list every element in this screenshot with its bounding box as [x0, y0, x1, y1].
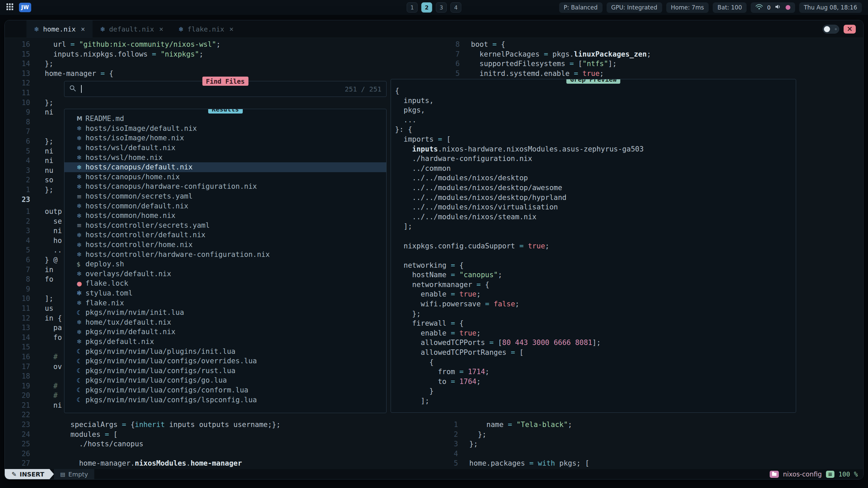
nix-file-icon: ❄: [77, 212, 85, 219]
editor-area[interactable]: 16 url = "github:nix-community/nixos-wsl…: [5, 38, 863, 469]
code-line: ../../modules/nixos/steam.nix: [395, 212, 796, 222]
nix-file-icon: ❄: [77, 173, 85, 180]
code-text: [30, 195, 45, 205]
tab-close-icon[interactable]: ×: [158, 25, 163, 33]
finder-result[interactable]: ❄hosts/canopus/hardware-configuration.ni…: [64, 182, 386, 191]
current-line-number: 23: [5, 195, 30, 205]
tab-close-icon[interactable]: ×: [228, 25, 234, 33]
code-line: from = 1714;: [395, 367, 796, 377]
file-name: hosts/controller/home.nix: [85, 241, 193, 249]
finder-result-selected[interactable]: ❄hosts/canopus/default.nix: [64, 162, 386, 172]
code-line: 4: [430, 449, 589, 459]
workspace-button-1[interactable]: 1: [407, 2, 418, 13]
finder-result[interactable]: ●flake.lock: [64, 279, 386, 288]
workspace-button-2[interactable]: 2: [421, 2, 432, 13]
tab-close-icon[interactable]: ×: [79, 25, 85, 33]
finder-result[interactable]: ☾pkgs/nvim/nvim/lua/configs/overrides.lu…: [64, 356, 386, 366]
lock-file-icon: ●: [77, 280, 85, 287]
lua-file-icon: ☾: [77, 367, 85, 374]
code-text: ];: [395, 396, 429, 406]
window-controls: ×: [823, 25, 856, 34]
nix-file-icon: ❄: [77, 183, 85, 190]
wifi-icon[interactable]: [755, 4, 763, 11]
finder-result[interactable]: ☾pkgs/nvim/nvim/lua/configs/rust.lua: [64, 366, 386, 375]
finder-result[interactable]: ✻stylua.toml: [64, 288, 386, 298]
finder-result[interactable]: ❄home/tux/default.nix: [64, 317, 386, 327]
finder-result[interactable]: ≡hosts/controller/secrets.yaml: [64, 221, 386, 230]
grep-preview: Grep Preview { inputs, pkgs, ...}: { imp…: [391, 79, 796, 413]
topbar-right: P: BalancedGPU: IntegratedHome: 7msBat: …: [559, 2, 862, 13]
finder-result[interactable]: $deploy.sh: [64, 259, 386, 269]
code-line: }: [395, 386, 796, 396]
finder-result[interactable]: ☾pkgs/nvim/nvim/lua/plugins/init.lua: [64, 346, 386, 356]
finder-result[interactable]: ❄hosts/canopus/home.nix: [64, 172, 386, 182]
powerline-separator: [50, 469, 54, 479]
finder-result[interactable]: ≡hosts/common/secrets.yaml: [64, 191, 386, 201]
finder-result[interactable]: ❄overlays/default.nix: [64, 269, 386, 279]
lua-file-icon: ☾: [77, 396, 85, 403]
pencil-icon: ✎: [12, 471, 17, 478]
file-icon: ▤: [60, 471, 65, 477]
finder-result[interactable]: ❄hosts/common/default.nix: [64, 201, 386, 211]
line-number: 2: [5, 217, 30, 226]
apps-grid-icon[interactable]: [6, 3, 14, 12]
finder-result[interactable]: ❄hosts/controller/default.nix: [64, 230, 386, 240]
code-text: kernelPackages = pkgs.linuxPackages_zen;: [460, 49, 651, 59]
code-text: #: [30, 381, 58, 391]
finder-result[interactable]: ☾pkgs/nvim/nvim/lua/configs/conform.lua: [64, 385, 386, 395]
find-files-prompt[interactable]: Find Files 251 / 251: [64, 81, 387, 97]
finder-result[interactable]: ☾pkgs/nvim/nvim/lua/configs/lspconfig.lu…: [64, 395, 386, 405]
code-text: };: [30, 98, 53, 108]
finder-result[interactable]: ❄hosts/controller/home.nix: [64, 240, 386, 250]
finder-result[interactable]: ❄pkgs/nvim/default.nix: [64, 327, 386, 337]
workspace-button-3[interactable]: 3: [436, 2, 447, 13]
notification-count[interactable]: 0: [767, 4, 770, 11]
finder-result[interactable]: ❄hosts/common/home.nix: [64, 211, 386, 221]
file-name: stylua.toml: [85, 289, 133, 297]
tab-label: default.nix: [109, 25, 154, 33]
finder-result[interactable]: ❄hosts/wsl/default.nix: [64, 143, 386, 153]
finder-result[interactable]: ❄hosts/wsl/home.nix: [64, 152, 386, 162]
finder-result[interactable]: MREADME.md: [64, 114, 386, 124]
finder-result[interactable]: ❄hosts/isoImage/default.nix: [64, 124, 386, 134]
tab-flake-nix[interactable]: ❄flake.nix×: [171, 20, 241, 38]
line-number: 5: [5, 245, 30, 255]
finder-result[interactable]: ☾pkgs/nvim/nvim/init.lua: [64, 308, 386, 318]
finder-result[interactable]: ❄hosts/controller/hardware-configuration…: [64, 249, 386, 259]
line-number: 13: [5, 323, 30, 333]
file-name: hosts/controller/hardware-configuration.…: [85, 250, 270, 259]
code-line: 27 home-manager.nixosModules.home-manage…: [5, 459, 280, 468]
tab-default-nix[interactable]: ❄default.nix×: [93, 20, 171, 38]
code-line: ../../modules/nixos/virtualisation: [395, 202, 796, 212]
finder-result[interactable]: ❄pkgs/default.nix: [64, 337, 386, 347]
code-text: allowedTCPPortRanges = [: [395, 348, 524, 358]
line-number: 8: [5, 274, 30, 284]
workspace-button-4[interactable]: 4: [451, 2, 461, 13]
line-number: 5: [5, 146, 30, 156]
code-line: ];: [395, 396, 796, 406]
close-button[interactable]: ×: [844, 25, 856, 34]
code-line: 14};: [5, 59, 220, 69]
finder-result[interactable]: ☾pkgs/nvim/nvim/lua/configs/go.lua: [64, 375, 386, 385]
code-text: ../../modules/nixos/steam.nix: [395, 212, 536, 222]
code-text: nu: [30, 166, 53, 176]
line-number: 3: [5, 166, 30, 176]
code-text: ...: [395, 115, 416, 125]
tab-home-nix[interactable]: ❄home.nix×: [26, 20, 93, 38]
line-number: 8: [5, 117, 30, 127]
volume-icon[interactable]: [775, 4, 782, 11]
code-line: 2 };: [430, 430, 589, 440]
window-toggle[interactable]: [823, 25, 839, 34]
file-name: hosts/controller/default.nix: [85, 231, 205, 239]
code-line: 26: [5, 449, 280, 459]
code-text: [30, 117, 45, 127]
code-text: ../../modules/nixos/desktop: [395, 173, 528, 183]
accent-dot-ic[interactable]: [786, 5, 790, 10]
finder-result[interactable]: ❄hosts/isoImage/home.nix: [64, 133, 386, 143]
code-line: pkgs,: [395, 105, 796, 115]
code-text: in {: [30, 313, 62, 323]
code-text: [30, 371, 45, 381]
finder-result[interactable]: ❄flake.nix: [64, 298, 386, 308]
code-text: home-manager = {: [30, 69, 113, 79]
line-number: 21: [5, 401, 30, 410]
